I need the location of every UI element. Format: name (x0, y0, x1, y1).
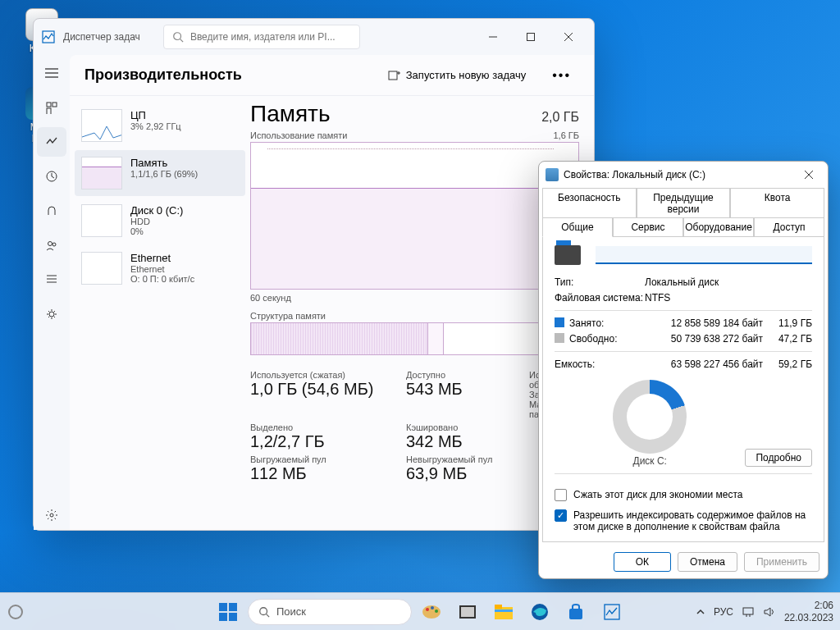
perf-item-name: Память (130, 157, 198, 169)
index-checkbox-row[interactable]: ✓ Разрешить индексировать содержимое фай… (555, 509, 812, 532)
stat-value: 112 МБ (250, 464, 390, 483)
stat-value: 1,2/2,7 ГБ (250, 432, 390, 451)
used-bytes: 12 858 589 184 байт (645, 317, 763, 329)
free-label: Свободно: (555, 333, 645, 345)
perf-item-name: ЦП (130, 109, 181, 121)
clock[interactable]: 2:06 22.03.2023 (784, 600, 833, 623)
stat-label: Выделено (250, 422, 390, 432)
language-indicator[interactable]: РУС (714, 606, 733, 618)
memory-usage-chart[interactable] (250, 142, 579, 290)
compress-checkbox-row[interactable]: Сжать этот диск для экономии места (555, 489, 812, 501)
taskbar-paint[interactable] (415, 596, 448, 628)
volume-icon[interactable] (763, 606, 776, 618)
close-button[interactable] (797, 165, 821, 185)
taskbar-task-manager[interactable] (596, 596, 628, 628)
drive-large-icon (555, 245, 581, 265)
cancel-button[interactable]: Отмена (678, 552, 737, 572)
tab-security[interactable]: Безопасность (542, 188, 637, 218)
nav-settings[interactable] (37, 500, 66, 530)
xaxis-left: 60 секунд (250, 293, 291, 303)
start-button[interactable] (212, 596, 244, 628)
memory-composition-chart[interactable] (250, 322, 579, 355)
perf-item-sub: HDD (130, 217, 183, 226)
stat-value: 1,0 ГБ (54,6 МБ) (250, 380, 390, 399)
apply-button[interactable]: Применить (744, 552, 819, 572)
search-box[interactable] (163, 25, 360, 49)
tab-sharing[interactable]: Доступ (754, 217, 824, 237)
nav-services[interactable] (37, 299, 66, 329)
ok-button[interactable]: ОК (614, 552, 671, 572)
details-button[interactable]: Подробно (745, 449, 812, 467)
nav-users[interactable] (37, 231, 66, 260)
run-task-button[interactable]: Запустить новую задачу (380, 64, 534, 87)
svg-rect-10 (47, 103, 51, 107)
network-icon[interactable] (742, 606, 755, 618)
taskbar-search[interactable]: Поиск (248, 599, 412, 625)
nav-history[interactable] (37, 162, 66, 191)
taskbar-task-view[interactable] (451, 596, 484, 628)
taskbar-store[interactable] (559, 596, 592, 628)
perf-item-name: Диск 0 (C:) (130, 204, 183, 217)
svg-point-34 (426, 608, 429, 611)
drive-icon (546, 168, 559, 181)
hamburger-button[interactable] (37, 58, 66, 88)
disk-label: Диск C: (555, 455, 745, 467)
tab-hardware[interactable]: Оборудование (683, 217, 754, 237)
search-icon (172, 31, 184, 43)
svg-rect-0 (43, 31, 54, 43)
svg-rect-11 (52, 103, 57, 107)
used-gb: 11,9 ГБ (763, 317, 812, 329)
search-input[interactable] (190, 31, 351, 43)
perf-item-ethernet[interactable]: EthernetEthernetО: 0 П: 0 кбит/с (75, 245, 245, 291)
disk-thumb (81, 204, 122, 237)
perf-item-sub: 0% (130, 226, 183, 236)
chevron-up-icon[interactable] (696, 607, 705, 617)
tab-quota[interactable]: Квота (730, 188, 824, 218)
perf-item-name: Ethernet (130, 252, 194, 264)
svg-point-1 (174, 33, 181, 40)
properties-dialog: Свойства: Локальный диск (C:) Безопаснос… (538, 161, 829, 579)
more-options-button[interactable]: ••• (544, 63, 579, 88)
dialog-title-bar[interactable]: Свойства: Локальный диск (C:) (539, 162, 828, 188)
disk-usage-chart (613, 380, 687, 454)
perf-item-disk[interactable]: Диск 0 (C:)HDD0% (75, 198, 245, 244)
nav-details[interactable] (37, 265, 66, 294)
capacity-bytes: 63 598 227 456 байт (645, 358, 763, 370)
type-value: Локальный диск (645, 276, 812, 288)
usage-max: 1,6 ГБ (553, 130, 579, 140)
taskbar-edge[interactable] (523, 596, 556, 628)
title-bar[interactable]: Диспетчер задач (34, 19, 594, 55)
maximize-button[interactable] (512, 25, 550, 49)
stat-label: Невыгружаемый пул (406, 454, 513, 464)
taskbar-explorer[interactable] (487, 596, 520, 628)
stat-value: 342 МБ (406, 432, 513, 451)
svg-rect-41 (495, 609, 513, 612)
stat-label: Кэшировано (406, 422, 513, 432)
perf-item-memory[interactable]: Память1,1/1,6 ГБ (69%) (75, 150, 245, 196)
type-label: Тип: (555, 276, 645, 288)
taskbar-widgets[interactable] (7, 603, 25, 621)
tab-previous-versions[interactable]: Предыдущие версии (637, 188, 731, 218)
nav-processes[interactable] (37, 93, 66, 122)
net-thumb (81, 252, 122, 285)
tab-panel-general: Тип:Локальный диск Файловая система:NTFS… (542, 236, 824, 542)
perf-item-sub: Ethernet (130, 264, 194, 274)
drive-label-input[interactable] (596, 246, 812, 264)
stat-label: Доступно (406, 370, 513, 380)
index-label: Разрешить индексировать содержимое файло… (573, 509, 812, 532)
close-button[interactable] (550, 25, 587, 49)
capacity-label: Емкость: (555, 358, 645, 370)
compress-label: Сжать этот диск для экономии места (573, 489, 742, 500)
nav-performance[interactable] (37, 127, 66, 157)
page-title: Производительность (84, 66, 370, 84)
minimize-button[interactable] (474, 25, 512, 49)
svg-point-14 (48, 242, 52, 246)
perf-item-cpu[interactable]: ЦП3% 2,92 ГГц (75, 103, 245, 148)
tab-tools[interactable]: Сервис (613, 217, 683, 237)
tab-general[interactable]: Общие (542, 217, 613, 237)
stat-label: Используется (сжатая) (250, 370, 390, 380)
svg-point-36 (435, 609, 438, 613)
capacity-gb: 59,2 ГБ (763, 358, 812, 370)
nav-startup[interactable] (37, 196, 66, 226)
nav-rail (34, 55, 70, 530)
